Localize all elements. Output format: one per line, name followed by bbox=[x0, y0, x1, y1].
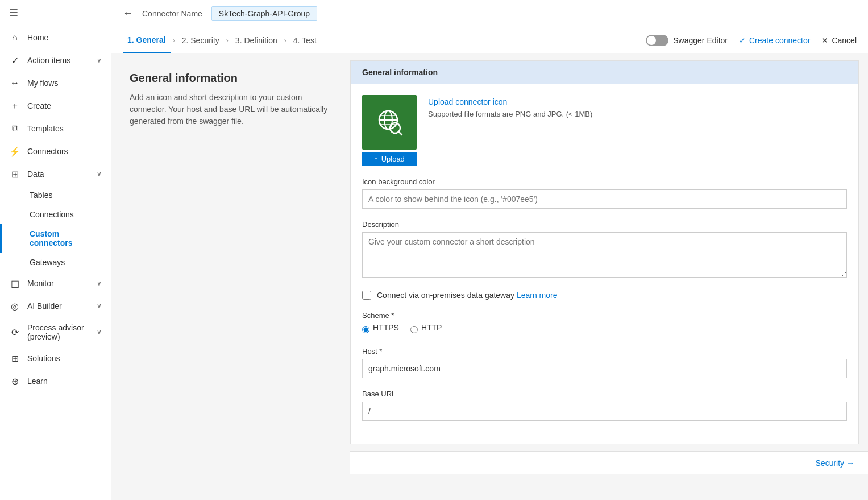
upload-btn-label: Upload bbox=[381, 155, 405, 163]
svg-line-6 bbox=[398, 131, 402, 135]
data-icon: ⊞ bbox=[9, 168, 20, 180]
icon-bg-color-label: Icon background color bbox=[362, 177, 847, 186]
scheme-radio-group: HTTPS HTTP bbox=[362, 323, 847, 336]
process-advisor-icon: ⟳ bbox=[9, 327, 20, 338]
tab-general[interactable]: 1. General bbox=[123, 27, 171, 53]
sidebar-item-connections[interactable]: Connections bbox=[0, 205, 111, 224]
close-icon: ✕ bbox=[821, 36, 828, 45]
https-label: HTTPS bbox=[373, 323, 399, 332]
tab-definition-label: 3. Definition bbox=[235, 36, 277, 45]
sidebar-item-gateways[interactable]: Gateways bbox=[0, 253, 111, 272]
tab-general-label: 1. General bbox=[127, 35, 166, 44]
icon-info: Upload connector icon Supported file for… bbox=[428, 95, 592, 118]
tab-test-label: 4. Test bbox=[293, 36, 317, 45]
left-panel-description: Add an icon and short description to you… bbox=[130, 92, 332, 127]
https-option[interactable]: HTTPS bbox=[362, 323, 399, 336]
form-card-body: ↑ Upload Upload connector icon Supported… bbox=[351, 84, 858, 444]
security-next-label: Security → bbox=[816, 458, 854, 468]
sidebar-item-home[interactable]: ⌂ Home bbox=[0, 26, 111, 49]
sidebar-item-templates[interactable]: ⧉ Templates bbox=[0, 117, 111, 140]
connector-name-value: SkTech-Graph-API-Group bbox=[211, 6, 317, 21]
icon-bg-color-input[interactable] bbox=[362, 189, 847, 209]
sidebar-item-solutions[interactable]: ⊞ Solutions bbox=[0, 347, 111, 370]
bottom-nav: Security → bbox=[350, 451, 868, 474]
gateway-checkbox-row: Connect via on-premises data gateway Lea… bbox=[362, 291, 847, 300]
security-next-button[interactable]: Security → bbox=[816, 458, 854, 468]
action-items-icon: ✓ bbox=[9, 55, 20, 66]
description-label: Description bbox=[362, 220, 847, 229]
step-tabs: 1. General › 2. Security › 3. Definition… bbox=[111, 27, 868, 53]
sidebar-item-process-advisor[interactable]: ⟳ Process advisor (preview) ∨ bbox=[0, 317, 111, 347]
icon-upload-row: ↑ Upload Upload connector icon Supported… bbox=[362, 95, 847, 166]
chevron-right-icon: › bbox=[284, 36, 286, 44]
host-label: Host * bbox=[362, 347, 847, 356]
icon-bg-color-group: Icon background color bbox=[362, 177, 847, 209]
upload-info-text: Supported file formats are PNG and JPG. … bbox=[428, 110, 592, 118]
chevron-right-icon: › bbox=[173, 36, 175, 44]
sidebar-item-monitor[interactable]: ◫ Monitor ∨ bbox=[0, 272, 111, 295]
sidebar-item-custom-connectors[interactable]: Custom connectors bbox=[0, 224, 111, 253]
upload-connector-icon-link[interactable]: Upload connector icon bbox=[428, 97, 592, 106]
chevron-down-icon: ∨ bbox=[97, 56, 102, 64]
gateway-checkbox-label: Connect via on-premises data gateway Lea… bbox=[377, 291, 558, 300]
swagger-editor-label: Swagger Editor bbox=[673, 36, 728, 45]
swagger-editor-toggle[interactable]: Swagger Editor bbox=[646, 35, 728, 46]
tab-definition[interactable]: 3. Definition bbox=[231, 27, 282, 53]
base-url-label: Base URL bbox=[362, 390, 847, 398]
chevron-down-icon: ∨ bbox=[97, 302, 102, 310]
tab-test[interactable]: 4. Test bbox=[289, 27, 321, 53]
create-icon: ＋ bbox=[9, 100, 20, 111]
right-panel: General information bbox=[350, 53, 868, 500]
main-content: ← Connector Name SkTech-Graph-API-Group … bbox=[111, 0, 868, 500]
create-connector-button[interactable]: ✓ Create connector bbox=[739, 36, 810, 45]
sidebar-item-action-items[interactable]: ✓ Action items ∨ bbox=[0, 49, 111, 72]
topbar: ← Connector Name SkTech-Graph-API-Group bbox=[111, 0, 868, 27]
scheme-label: Scheme * bbox=[362, 311, 847, 320]
sidebar-item-connectors[interactable]: ⚡ Connectors bbox=[0, 140, 111, 163]
base-url-group: Base URL bbox=[362, 390, 847, 421]
tab-security-label: 2. Security bbox=[182, 36, 219, 45]
templates-icon: ⧉ bbox=[9, 123, 20, 134]
icon-preview bbox=[362, 95, 417, 150]
left-panel: General information Add an icon and shor… bbox=[111, 53, 350, 500]
monitor-icon: ◫ bbox=[9, 278, 20, 289]
form-card: General information bbox=[350, 60, 859, 444]
upload-icon: ↑ bbox=[374, 155, 378, 163]
tab-security[interactable]: 2. Security bbox=[177, 27, 224, 53]
sidebar-item-tables[interactable]: Tables bbox=[0, 185, 111, 205]
sidebar-item-ai-builder[interactable]: ◎ AI Builder ∨ bbox=[0, 295, 111, 317]
upload-icon-button[interactable]: ↑ Upload bbox=[362, 152, 417, 166]
left-panel-title: General information bbox=[130, 72, 332, 85]
cancel-button[interactable]: ✕ Cancel bbox=[821, 36, 857, 45]
learn-more-link[interactable]: Learn more bbox=[517, 291, 558, 300]
host-input[interactable] bbox=[362, 359, 847, 378]
sidebar-item-my-flows[interactable]: ↔ My flows bbox=[0, 72, 111, 94]
chevron-down-icon: ∨ bbox=[97, 279, 102, 287]
sidebar-item-learn[interactable]: ⊕ Learn bbox=[0, 370, 111, 392]
home-icon: ⌂ bbox=[9, 32, 20, 43]
host-group: Host * bbox=[362, 347, 847, 378]
description-input[interactable] bbox=[362, 232, 847, 278]
flows-icon: ↔ bbox=[9, 77, 20, 89]
scheme-group: Scheme * HTTPS HTTP bbox=[362, 311, 847, 336]
content-area: General information Add an icon and shor… bbox=[111, 53, 868, 500]
hamburger-icon: ☰ bbox=[9, 7, 18, 19]
gateway-checkbox[interactable] bbox=[362, 291, 371, 300]
chevron-right-icon: › bbox=[226, 36, 229, 44]
tab-actions: Swagger Editor ✓ Create connector ✕ Canc… bbox=[646, 35, 857, 46]
hamburger-button[interactable]: ☰ bbox=[0, 0, 111, 26]
https-radio[interactable] bbox=[362, 326, 369, 333]
http-radio[interactable] bbox=[410, 326, 418, 333]
chevron-down-icon: ∨ bbox=[97, 170, 102, 178]
back-button[interactable]: ← bbox=[123, 7, 133, 19]
chevron-down-icon: ∨ bbox=[97, 328, 102, 336]
connectors-icon: ⚡ bbox=[9, 146, 20, 157]
sidebar: ☰ ⌂ Home ✓ Action items ∨ ↔ My flows ＋ C… bbox=[0, 0, 111, 500]
http-option[interactable]: HTTP bbox=[410, 323, 442, 336]
sidebar-item-data[interactable]: ⊞ Data ∨ bbox=[0, 163, 111, 185]
solutions-icon: ⊞ bbox=[9, 353, 20, 364]
sidebar-item-create[interactable]: ＋ Create bbox=[0, 94, 111, 117]
base-url-input[interactable] bbox=[362, 402, 847, 421]
description-group: Description bbox=[362, 220, 847, 279]
toggle-switch[interactable] bbox=[646, 35, 668, 46]
